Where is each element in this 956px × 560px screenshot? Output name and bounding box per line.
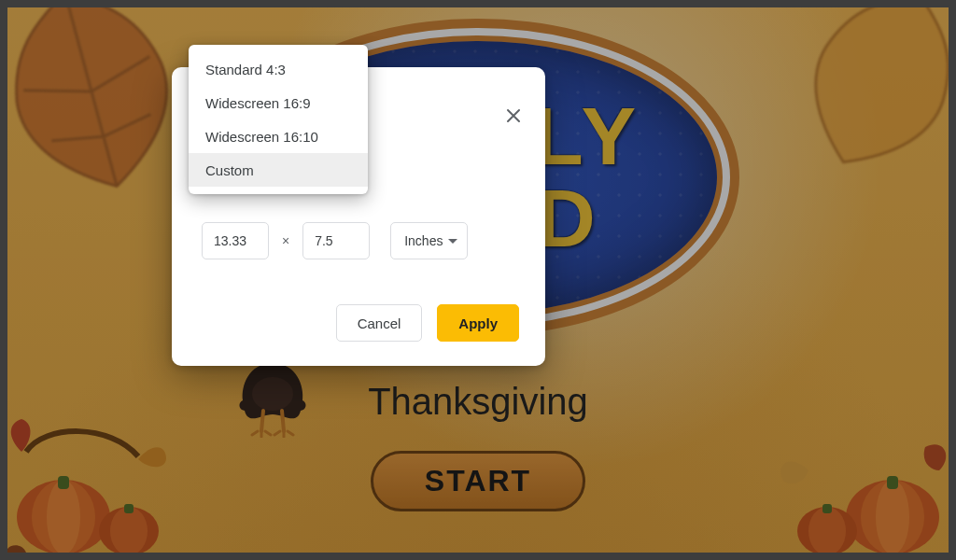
width-input[interactable] <box>212 232 259 249</box>
dialog-actions: Cancel Apply <box>336 304 519 342</box>
svg-rect-11 <box>887 476 898 489</box>
pumpkin-cluster-right-icon <box>771 414 949 553</box>
aspect-option[interactable]: Standard 4:3 <box>189 52 368 86</box>
unit-label: Inches <box>404 233 443 248</box>
svg-rect-7 <box>124 504 134 513</box>
pumpkin-cluster-left-icon <box>7 414 185 553</box>
slide-subtitle: Thanksgiving <box>368 381 588 423</box>
aspect-option[interactable]: Widescreen 16:10 <box>189 119 368 153</box>
apply-button[interactable]: Apply <box>437 304 519 342</box>
height-input[interactable] <box>313 232 359 249</box>
svg-point-3 <box>47 480 80 553</box>
aspect-ratio-menu: Standard 4:3Widescreen 16:9Widescreen 16… <box>189 45 368 194</box>
svg-rect-4 <box>58 476 69 489</box>
svg-point-10 <box>876 480 909 553</box>
svg-rect-14 <box>822 504 832 513</box>
height-input-wrap <box>302 222 370 259</box>
turkey-icon <box>235 358 310 438</box>
cancel-label: Cancel <box>358 315 401 331</box>
multiply-icon: × <box>282 233 289 248</box>
start-button-label: START <box>425 464 531 498</box>
app-frame: FAMILY FEUD Thanksgiving START <box>0 0 956 560</box>
aspect-option-label: Custom <box>205 162 254 178</box>
aspect-option-label: Standard 4:3 <box>205 62 286 77</box>
unit-dropdown[interactable]: Inches <box>390 222 468 259</box>
start-button[interactable]: START <box>371 451 585 511</box>
caret-down-icon <box>448 239 457 244</box>
close-icon <box>505 107 522 124</box>
custom-size-row: × Inches <box>202 222 468 259</box>
apply-label: Apply <box>458 315 498 331</box>
aspect-option-label: Widescreen 16:9 <box>205 95 311 111</box>
close-button[interactable] <box>499 101 528 131</box>
leaf-top-right-icon <box>736 7 949 230</box>
aspect-option-label: Widescreen 16:10 <box>205 129 318 145</box>
width-input-wrap <box>202 222 269 259</box>
aspect-option[interactable]: Widescreen 16:9 <box>189 86 368 119</box>
aspect-option[interactable]: Custom <box>189 153 368 187</box>
cancel-button[interactable]: Cancel <box>336 304 423 342</box>
svg-point-0 <box>252 377 293 411</box>
